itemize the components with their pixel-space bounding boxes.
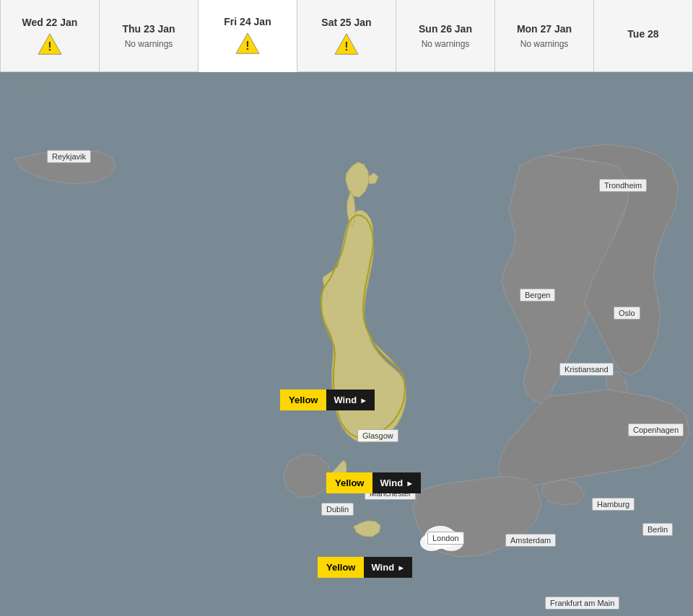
- city-label: Dublin: [321, 503, 354, 516]
- city-label: Trondheim: [599, 179, 647, 192]
- tab-day-label: Sat 25 Jan: [321, 17, 371, 28]
- tab-day-label: Wed 22 Jan: [22, 17, 78, 28]
- warning-triangle-icon: !: [37, 32, 63, 56]
- date-tab-thu23[interactable]: Thu 23 JanNo warnings: [100, 0, 199, 71]
- tab-day-label: Sun 26 Jan: [419, 23, 472, 35]
- badge-type-label[interactable]: Wind ►: [372, 472, 421, 493]
- city-label: Amsterdam: [505, 534, 556, 547]
- badge-color-label: Yellow: [318, 557, 364, 578]
- map-container: ≋≋ ReykjavikTrondheimBergenOsloKristians…: [0, 72, 693, 616]
- date-tab-sat25[interactable]: Sat 25 Jan!: [297, 0, 396, 71]
- no-warnings-label: No warnings: [422, 39, 470, 49]
- warning-badge-w3[interactable]: YellowWind ►: [318, 557, 412, 578]
- no-warnings-label: No warnings: [520, 39, 569, 49]
- tab-day-label: Thu 23 Jan: [122, 23, 175, 35]
- svg-text:!: !: [344, 40, 348, 52]
- tab-day-label: Tue 28: [627, 28, 658, 40]
- city-label: Reykjavik: [47, 150, 91, 163]
- date-tab-fri24[interactable]: Fri 24 Jan!: [199, 0, 297, 72]
- badge-type-label[interactable]: Wind ►: [326, 390, 375, 410]
- met-office-logo: ≋≋: [25, 79, 44, 94]
- badge-color-label: Yellow: [326, 472, 372, 493]
- chevron-right-icon: ►: [359, 396, 367, 405]
- city-label: Kristiansand: [559, 363, 614, 376]
- svg-text:!: !: [245, 40, 249, 52]
- chevron-right-icon: ►: [406, 479, 414, 488]
- city-label: Frankfurt am Main: [545, 597, 619, 610]
- date-tabs-container: Wed 22 Jan!Thu 23 JanNo warningsFri 24 J…: [0, 0, 693, 72]
- date-tab-sun26[interactable]: Sun 26 JanNo warnings: [396, 0, 495, 71]
- city-label: Berlin: [642, 523, 673, 536]
- date-tab-wed22[interactable]: Wed 22 Jan!: [0, 0, 100, 71]
- badge-type-label[interactable]: Wind ►: [364, 557, 412, 578]
- met-logo-waves-icon: ≋≋: [25, 79, 44, 93]
- no-warnings-label: No warnings: [125, 39, 173, 49]
- warning-badge-w1[interactable]: YellowWind ►: [280, 390, 375, 410]
- warning-triangle-icon: !: [235, 32, 261, 55]
- svg-text:!: !: [48, 40, 51, 52]
- warning-triangle-icon: !: [334, 32, 359, 56]
- city-label: Glasgow: [357, 429, 398, 442]
- city-label: Bergen: [520, 289, 555, 302]
- chevron-right-icon: ►: [397, 563, 405, 572]
- tab-day-label: Mon 27 Jan: [517, 23, 572, 35]
- badge-color-label: Yellow: [280, 390, 326, 410]
- warning-badge-w2[interactable]: YellowWind ►: [326, 472, 421, 493]
- city-label: Hamburg: [592, 498, 635, 511]
- tab-day-label: Fri 24 Jan: [224, 16, 271, 27]
- date-tab-mon27[interactable]: Mon 27 JanNo warnings: [495, 0, 594, 71]
- city-label: Copenhagen: [628, 423, 684, 436]
- city-label: London: [427, 532, 464, 545]
- city-label: Oslo: [614, 307, 640, 320]
- date-tab-tue28[interactable]: Tue 28: [594, 0, 693, 71]
